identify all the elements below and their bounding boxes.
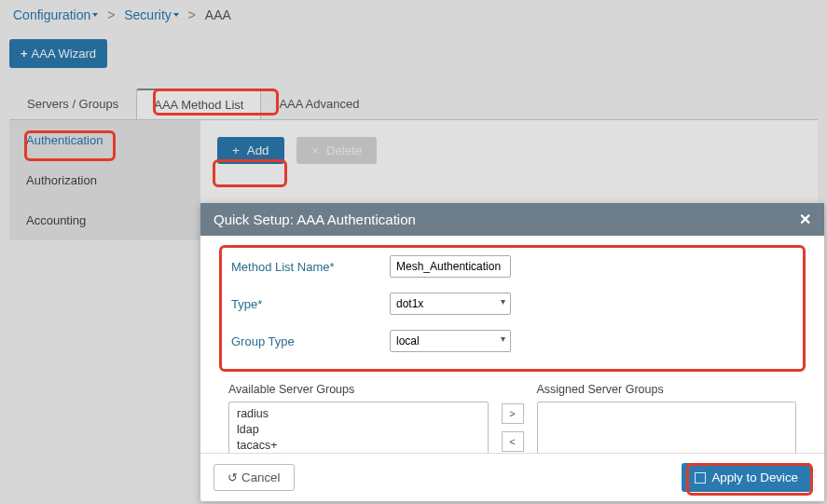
quick-setup-panel: Quick Setup: AAA Authentication ✕ Method… [200,203,824,501]
available-groups-title: Available Server Groups [228,383,489,396]
caret-down-icon [173,13,179,17]
breadcrumb-separator: > [183,7,201,22]
breadcrumb-separator: > [102,7,120,22]
breadcrumb: Configuration > Security > AAA [0,0,827,30]
list-item[interactable]: tacacs+ [237,438,480,453]
move-right-button[interactable]: > [502,403,524,424]
sidebar: Authentication Authorization Accounting [9,120,200,240]
apply-to-device-button[interactable]: Apply to Device [682,463,811,492]
add-button[interactable]: +Add [217,137,284,164]
caret-down-icon [92,13,98,17]
assigned-groups-title: Assigned Server Groups [537,383,797,396]
tab-bar: Servers / Groups AAA Method List AAA Adv… [9,89,818,120]
method-list-name-input[interactable] [390,255,511,278]
device-icon [695,472,706,484]
list-item[interactable]: radius [237,406,480,422]
move-left-button[interactable]: < [502,431,524,452]
group-type-label: Group Type [231,334,390,348]
panel-footer: ↺Cancel Apply to Device [200,453,824,501]
close-icon[interactable]: ✕ [799,211,811,228]
panel-header: Quick Setup: AAA Authentication ✕ [200,203,824,236]
assigned-groups-listbox[interactable] [537,402,797,453]
aaa-wizard-button[interactable]: +AAA Wizard [9,39,107,68]
cancel-button[interactable]: ↺Cancel [214,464,295,491]
tab-aaa-method-list[interactable]: AAA Method List [136,89,261,119]
panel-title: Quick Setup: AAA Authentication [214,211,416,227]
sidebar-item-authorization[interactable]: Authorization [9,160,200,200]
tab-servers-groups[interactable]: Servers / Groups [9,89,136,119]
group-type-select[interactable]: local [390,330,511,352]
breadcrumb-security[interactable]: Security [124,7,179,22]
sidebar-item-accounting[interactable]: Accounting [9,200,200,240]
undo-icon: ↺ [227,470,238,484]
list-item[interactable]: ldap [237,422,480,438]
available-groups-listbox[interactable]: radius ldap tacacs+ ISE-Group ISE_grp_l2 [228,402,489,453]
type-label: Type* [231,297,390,311]
x-icon: × [311,143,319,157]
breadcrumb-current: AAA [205,7,231,22]
breadcrumb-configuration[interactable]: Configuration [13,7,98,22]
tab-aaa-advanced[interactable]: AAA Advanced [261,89,377,119]
plus-icon: + [232,143,240,157]
type-select[interactable]: dot1x [390,293,511,315]
delete-button[interactable]: ×Delete [296,137,377,164]
sidebar-item-authentication[interactable]: Authentication [9,120,200,160]
method-list-name-label: Method List Name* [231,260,390,274]
plus-icon: + [21,47,28,61]
